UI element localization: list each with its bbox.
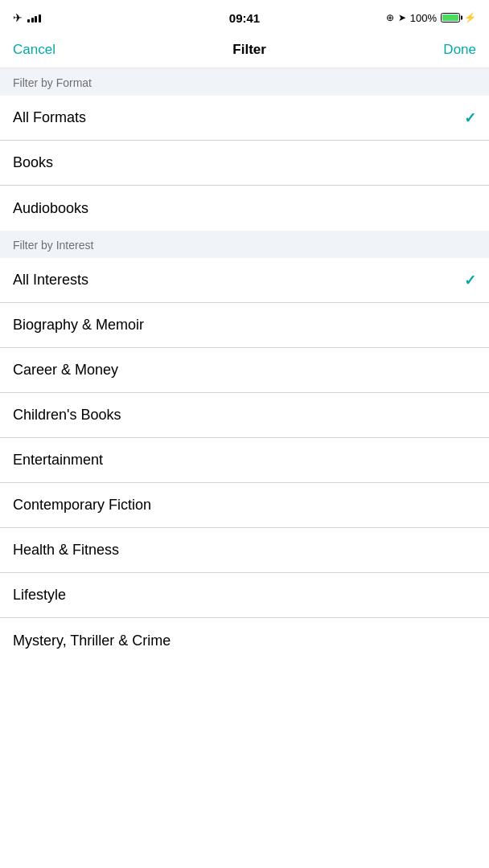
interest-item-label: Mystery, Thriller & Crime: [13, 633, 171, 649]
interest-item-label: Contemporary Fiction: [13, 497, 151, 514]
interest-list-item[interactable]: Biography & Memoir: [0, 303, 489, 348]
interest-item-label: Biography & Memoir: [13, 317, 144, 334]
interest-item-label: All Interests: [13, 272, 88, 289]
format-list-item[interactable]: Audiobooks: [0, 186, 489, 231]
done-button[interactable]: Done: [443, 42, 476, 58]
interest-section-header: Filter by Interest: [0, 231, 489, 258]
charging-icon: ⚡: [464, 12, 476, 23]
interest-list-item[interactable]: Health & Fitness: [0, 528, 489, 573]
checkmark-icon: ✓: [464, 109, 476, 127]
interest-list-item[interactable]: All Interests ✓: [0, 258, 489, 303]
cancel-button[interactable]: Cancel: [13, 42, 55, 58]
interest-list-item[interactable]: Career & Money: [0, 348, 489, 393]
interest-list-item[interactable]: Children's Books: [0, 393, 489, 438]
format-item-label: Audiobooks: [13, 200, 88, 217]
airplane-icon: ✈: [13, 11, 23, 24]
interest-item-label: Health & Fitness: [13, 542, 119, 559]
checkmark-icon: ✓: [464, 272, 476, 289]
status-bar: ✈ 09:41 ⊕ ➤ 100% ⚡: [0, 0, 489, 35]
nav-bar: Cancel Filter Done: [0, 35, 489, 68]
status-time: 09:41: [229, 11, 260, 25]
interest-item-label: Children's Books: [13, 407, 121, 424]
format-list-item[interactable]: Books: [0, 141, 489, 186]
location-icon: ⊕: [386, 12, 394, 23]
interest-list-item[interactable]: Contemporary Fiction: [0, 483, 489, 528]
page-title: Filter: [232, 42, 266, 58]
gps-icon: ➤: [398, 12, 406, 23]
interest-list-item[interactable]: Entertainment: [0, 438, 489, 483]
status-right: ⊕ ➤ 100% ⚡: [386, 12, 476, 24]
battery-percent: 100%: [410, 12, 437, 24]
interest-item-label: Lifestyle: [13, 587, 66, 604]
format-item-label: Books: [13, 154, 53, 171]
interest-list-item[interactable]: Lifestyle: [0, 573, 489, 618]
format-list: All Formats ✓ Books Audiobooks: [0, 96, 489, 231]
interest-item-label: Entertainment: [13, 452, 103, 469]
format-list-item[interactable]: All Formats ✓: [0, 96, 489, 141]
signal-icon: [27, 13, 41, 23]
format-section-header: Filter by Format: [0, 68, 489, 96]
interest-list-item[interactable]: Mystery, Thriller & Crime: [0, 618, 489, 663]
interest-list: All Interests ✓ Biography & Memoir Caree…: [0, 258, 489, 663]
format-item-label: All Formats: [13, 109, 86, 126]
interest-item-label: Career & Money: [13, 362, 118, 379]
battery-icon: [441, 13, 460, 23]
status-left: ✈: [13, 11, 41, 24]
